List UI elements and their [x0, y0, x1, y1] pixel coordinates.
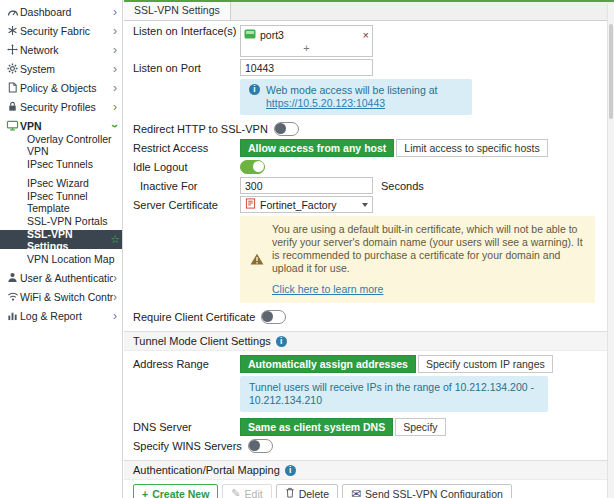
gear-icon: [5, 63, 20, 74]
redirect-http-toggle[interactable]: [274, 122, 299, 136]
sidebar-item-security-fabric[interactable]: Security Fabric: [0, 21, 122, 40]
create-new-button[interactable]: Create New: [133, 484, 218, 498]
trash-icon: [285, 487, 295, 498]
remove-interface-icon[interactable]: ×: [363, 30, 369, 40]
portal-mapping-section-title: Authentication/Portal Mapping: [133, 464, 280, 476]
tunnel-mode-section-header: Tunnel Mode Client Settings: [124, 331, 614, 351]
vertical-scrollbar[interactable]: [607, 4, 614, 498]
sidebar-item-label: WiFi & Switch Controller: [20, 291, 113, 303]
sidebar-item-label: Policy & Objects: [20, 82, 113, 94]
custom-ip-ranges-option[interactable]: Specify custom IP ranges: [418, 355, 553, 373]
require-client-certificate-toggle[interactable]: [261, 310, 286, 324]
specify-dns-option[interactable]: Specify: [395, 418, 445, 436]
sidebar-item-overlay-controller-vpn[interactable]: Overlay Controller VPN: [0, 135, 122, 154]
server-certificate-select[interactable]: Fortinet_Factory: [240, 196, 373, 213]
interface-icon: [244, 29, 256, 41]
sidebar-item-log-report[interactable]: Log & Report: [0, 306, 122, 325]
edit-button[interactable]: Edit: [222, 484, 271, 498]
learn-more-link[interactable]: Click here to learn more: [272, 283, 383, 296]
sidebar-item-security-profiles[interactable]: Security Profiles: [0, 97, 122, 116]
network-arrows-icon: [5, 44, 20, 55]
portal-mapping-section-header: Authentication/Portal Mapping: [124, 460, 614, 480]
delete-button[interactable]: Delete: [276, 484, 338, 498]
tunnel-range-notice: Tunnel users will receive IPs in the ran…: [240, 376, 548, 412]
allow-any-host-option[interactable]: Allow access from any host: [240, 139, 394, 157]
nav-sidebar: Dashboard Security Fabric Network System…: [0, 0, 123, 498]
idle-logout-toggle[interactable]: [240, 160, 265, 174]
sidebar-item-label: Log & Report: [20, 310, 113, 322]
sidebar-item-policy-objects[interactable]: Policy & Objects: [0, 78, 122, 97]
chevron-right-icon: [113, 292, 117, 302]
pencil-icon: [231, 487, 240, 498]
chevron-right-icon: [113, 273, 117, 283]
gauge-icon: [5, 6, 20, 18]
monitor-icon: [5, 120, 20, 131]
add-interface-button[interactable]: +: [244, 42, 369, 55]
inactive-for-input[interactable]: [240, 177, 373, 194]
sidebar-item-ipsec-tunnel-template[interactable]: IPsec Tunnel Template: [0, 192, 122, 211]
send-ssl-vpn-configuration-button[interactable]: Send SSL-VPN Configuration: [342, 484, 512, 498]
web-mode-listen-url-link[interactable]: https://10.5.20.123:10443: [266, 97, 385, 109]
envelope-icon: [351, 487, 361, 498]
sidebar-item-ipsec-tunnels[interactable]: IPsec Tunnels: [0, 154, 122, 173]
security-fabric-icon: [5, 25, 20, 36]
same-as-client-dns-option[interactable]: Same as client system DNS: [240, 418, 393, 436]
document-icon: [5, 82, 20, 93]
certificate-warning-text: You are using a default built-in certifi…: [272, 223, 583, 274]
wifi-icon: [5, 291, 20, 302]
specify-wins-servers-label: Specify WINS Servers: [133, 440, 242, 452]
web-mode-notice: Web mode access will be listening at htt…: [240, 79, 472, 115]
chevron-right-icon: [113, 26, 117, 36]
sidebar-item-wifi-switch-controller[interactable]: WiFi & Switch Controller: [0, 287, 122, 306]
address-range-label: Address Range: [133, 358, 240, 370]
auto-assign-addresses-option[interactable]: Automatically assign addresses: [240, 355, 416, 373]
certificate-warning-box: You are using a default built-in certifi…: [240, 216, 595, 303]
user-icon: [5, 272, 20, 283]
ssl-vpn-settings-form: Listen on Interface(s) port3 × + Listen …: [124, 21, 614, 498]
idle-logout-label: Idle Logout: [133, 161, 240, 173]
portal-mapping-toolbar: Create New Edit Delete Send SSL-VPN Conf…: [133, 484, 596, 498]
inactive-for-label: Inactive For: [133, 180, 240, 192]
inactive-for-unit: Seconds: [381, 180, 424, 192]
listen-interfaces-field[interactable]: port3 × +: [240, 25, 373, 57]
chevron-down-icon: [110, 124, 120, 128]
sidebar-subitem-label: SSL-VPN Settings: [27, 228, 110, 252]
sidebar-item-label: System: [20, 63, 113, 75]
dns-server-label: DNS Server: [133, 421, 240, 433]
fortigate-app-window: Dashboard Security Fabric Network System…: [0, 0, 614, 498]
listen-port-label: Listen on Port: [133, 62, 240, 74]
limit-hosts-option[interactable]: Limit access to specific hosts: [396, 139, 547, 157]
sidebar-item-user-authentication[interactable]: User & Authentication: [0, 268, 122, 287]
sidebar-subitem-label: SSL-VPN Portals: [27, 215, 122, 227]
tab-bar: SSL-VPN Settings: [124, 2, 614, 21]
server-certificate-label: Server Certificate: [133, 199, 240, 211]
info-icon[interactable]: [276, 336, 287, 347]
specify-wins-servers-toggle[interactable]: [248, 439, 273, 453]
scrollbar-thumb[interactable]: [609, 24, 613, 119]
listen-port-input[interactable]: [240, 59, 373, 76]
bar-chart-icon: [5, 310, 20, 321]
sidebar-item-system[interactable]: System: [0, 59, 122, 78]
server-certificate-value: Fortinet_Factory: [260, 199, 358, 211]
sidebar-item-vpn-location-map[interactable]: VPN Location Map: [0, 249, 122, 268]
sidebar-subitem-label: IPsec Wizard: [27, 177, 122, 189]
sidebar-item-dashboard[interactable]: Dashboard: [0, 2, 122, 21]
sidebar-item-ssl-vpn-settings[interactable]: SSL-VPN Settings: [0, 230, 122, 249]
interface-tag-port3[interactable]: port3 ×: [244, 27, 369, 42]
tunnel-range-notice-text: Tunnel users will receive IPs in the ran…: [249, 381, 539, 407]
restrict-access-segmented: Allow access from any host Limit access …: [240, 139, 548, 157]
chevron-right-icon: [113, 102, 117, 112]
info-icon[interactable]: [285, 465, 296, 476]
certificate-icon: [245, 198, 256, 211]
tab-ssl-vpn-settings[interactable]: SSL-VPN Settings: [124, 2, 231, 20]
sidebar-subitem-label: IPsec Tunnels: [27, 158, 122, 170]
dropdown-caret-icon: [362, 203, 368, 207]
web-mode-notice-text: Web mode access will be listening at: [266, 84, 437, 96]
sidebar-item-label: Dashboard: [20, 6, 113, 18]
chevron-right-icon: [113, 45, 117, 55]
star-outline-icon[interactable]: [110, 233, 120, 246]
sidebar-item-network[interactable]: Network: [0, 40, 122, 59]
interface-tag-label: port3: [260, 29, 363, 41]
sidebar-subitem-label: VPN Location Map: [27, 253, 122, 265]
sidebar-item-label: Network: [20, 44, 113, 56]
